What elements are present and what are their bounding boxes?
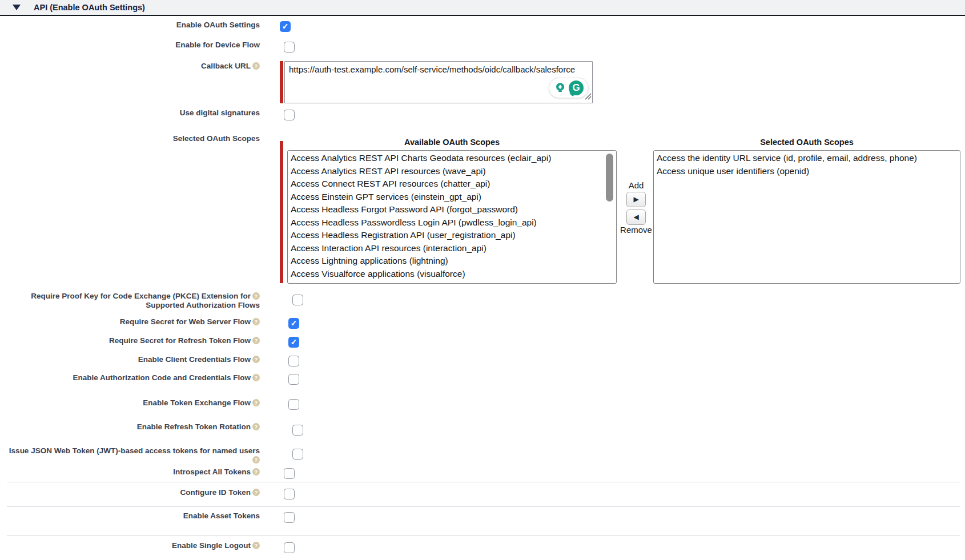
pkce-checkbox[interactable] [292, 295, 303, 305]
single-logout-label: Enable Single Logout? [0, 541, 260, 550]
help-icon[interactable]: ? [252, 292, 260, 300]
introspect-tokens-checkbox[interactable] [284, 468, 295, 479]
suggestion-bulb-icon[interactable] [554, 82, 566, 94]
scope-option[interactable]: Access Headless Registration API (user_r… [291, 229, 616, 242]
callback-url-textarea[interactable]: https://auth-test.example.com/self-servi… [284, 61, 593, 103]
device-flow-label: Enable for Device Flow [0, 41, 260, 50]
scope-option[interactable]: Access Headless Forgot Password API (for… [291, 203, 616, 216]
required-indicator [280, 141, 283, 283]
client-credentials-label: Enable Client Credentials Flow? [0, 355, 260, 364]
callback-url-value: https://auth-test.example.com/self-servi… [289, 64, 544, 75]
pkce-label: Require Proof Key for Code Exchange (PKC… [0, 292, 260, 310]
single-logout-checkbox[interactable] [284, 542, 295, 553]
refresh-token-rotation-checkbox[interactable] [292, 425, 303, 436]
scope-option[interactable]: Access Visualforce applications (visualf… [291, 268, 616, 281]
help-icon[interactable]: ? [252, 374, 260, 381]
help-icon[interactable]: ? [252, 318, 260, 325]
row-divider [7, 535, 960, 536]
jwt-tokens-checkbox[interactable] [292, 449, 303, 460]
secret-refresh-token-label: Require Secret for Refresh Token Flow? [0, 336, 260, 345]
token-exchange-checkbox[interactable] [288, 399, 299, 410]
token-exchange-label: Enable Token Exchange Flow? [0, 398, 260, 408]
auth-code-credentials-checkbox[interactable] [288, 374, 299, 385]
collapse-triangle-icon[interactable] [13, 5, 21, 10]
scope-option[interactable]: Access unique user identifiers (openid) [657, 165, 960, 178]
configure-id-token-label: Configure ID Token? [0, 488, 260, 497]
enable-oauth-label: Enable OAuth Settings [0, 21, 260, 30]
required-indicator [280, 61, 283, 103]
oauth-settings-section: API (Enable OAuth Settings) Enable OAuth… [0, 0, 965, 560]
grammarly-widget[interactable]: G [549, 78, 589, 98]
section-header: API (Enable OAuth Settings) [0, 0, 965, 16]
help-icon[interactable]: ? [252, 62, 260, 70]
scopes-row-label: Selected OAuth Scopes [0, 134, 260, 143]
asset-tokens-label: Enable Asset Tokens [0, 511, 260, 521]
scope-option[interactable]: Access Headless Passwordless Login API (… [291, 216, 616, 229]
digital-signatures-checkbox[interactable] [284, 110, 295, 120]
introspect-tokens-label: Introspect All Tokens? [0, 468, 260, 477]
help-icon[interactable]: ? [252, 423, 260, 430]
help-icon[interactable]: ? [252, 337, 260, 344]
callback-url-label: Callback URL? [0, 62, 260, 71]
jwt-tokens-label: Issue JSON Web Token (JWT)-based access … [0, 446, 260, 465]
scope-option[interactable]: Access Analytics REST API resources (wav… [291, 165, 616, 178]
help-icon[interactable]: ? [252, 356, 260, 363]
grammarly-icon[interactable]: G [569, 80, 584, 95]
scope-option[interactable]: Access Einstein GPT services (einstein_g… [291, 191, 616, 204]
refresh-token-rotation-label: Enable Refresh Token Rotation? [0, 422, 260, 432]
add-label: Add [619, 180, 653, 190]
available-scopes-listbox[interactable]: Access Analytics REST API Charts Geodata… [287, 150, 617, 284]
auth-code-credentials-label: Enable Authorization Code and Credential… [0, 373, 260, 382]
secret-refresh-token-checkbox[interactable] [288, 337, 299, 348]
selected-scopes-listbox[interactable]: Access the identity URL service (id, pro… [653, 150, 960, 284]
help-icon[interactable]: ? [252, 542, 260, 549]
scope-option[interactable]: Access Interaction API resources (intera… [291, 242, 616, 255]
row-divider [7, 506, 960, 507]
enable-oauth-checkbox[interactable] [280, 21, 291, 32]
section-title: API (Enable OAuth Settings) [34, 3, 145, 12]
row-divider [7, 482, 960, 482]
add-scope-button[interactable]: ▶ [626, 192, 646, 207]
client-credentials-checkbox[interactable] [288, 356, 299, 366]
remove-label: Remove [619, 225, 653, 235]
selected-scopes-header: Selected OAuth Scopes [653, 138, 960, 147]
remove-scope-button[interactable]: ◀ [626, 210, 646, 225]
secret-web-server-label: Require Secret for Web Server Flow? [0, 317, 260, 327]
scope-option[interactable]: Access Lightning applications (lightning… [291, 255, 616, 268]
listbox-scrollbar[interactable] [606, 154, 613, 202]
scope-option[interactable]: Access Analytics REST API Charts Geodata… [291, 152, 616, 165]
secret-web-server-checkbox[interactable] [288, 318, 299, 329]
digital-signatures-label: Use digital signatures [0, 108, 260, 118]
help-icon[interactable]: ? [252, 456, 260, 464]
help-icon[interactable]: ? [252, 468, 260, 476]
available-scopes-header: Available OAuth Scopes [287, 138, 617, 147]
help-icon[interactable]: ? [252, 489, 260, 496]
scope-option[interactable]: Access Connect REST API resources (chatt… [291, 178, 616, 191]
configure-id-token-checkbox[interactable] [284, 489, 295, 499]
textarea-resize-handle[interactable] [584, 92, 592, 102]
scope-option[interactable]: Access the identity URL service (id, pro… [657, 152, 960, 165]
device-flow-checkbox[interactable] [284, 42, 295, 53]
help-icon[interactable]: ? [252, 399, 260, 406]
asset-tokens-checkbox[interactable] [284, 512, 295, 523]
